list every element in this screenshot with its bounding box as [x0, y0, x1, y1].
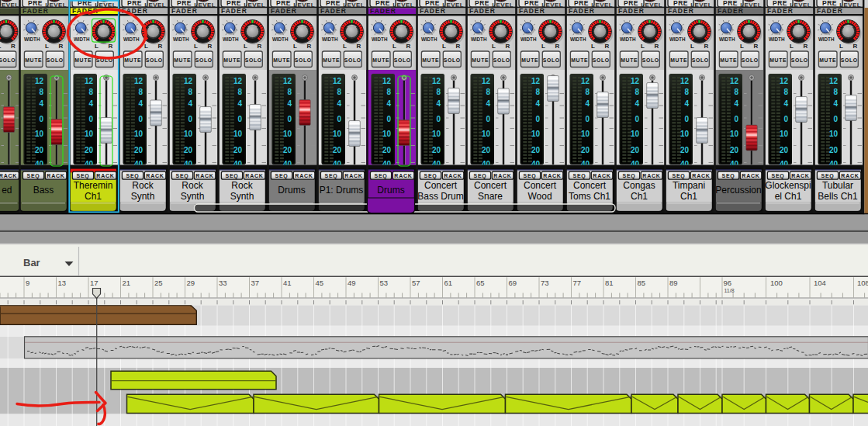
svg-text:WIDTH: WIDTH — [24, 36, 40, 42]
svg-text:MUTE: MUTE — [571, 57, 588, 63]
svg-text:Bass Drum: Bass Drum — [417, 191, 463, 202]
svg-text:Synth: Synth — [230, 191, 254, 202]
svg-text:PRE: PRE — [624, 0, 638, 7]
svg-text:PRE: PRE — [475, 0, 489, 7]
svg-text:R: R — [804, 43, 808, 50]
svg-text:RACK: RACK — [47, 173, 64, 178]
svg-text:SEQ: SEQ — [523, 173, 536, 179]
svg-text:81: 81 — [605, 279, 614, 287]
svg-text:PRE: PRE — [28, 0, 43, 7]
svg-text:SEQ: SEQ — [424, 173, 437, 179]
svg-text:L: L — [293, 43, 297, 50]
svg-text:Congas: Congas — [623, 180, 655, 191]
svg-text:R: R — [853, 43, 858, 50]
svg-text:RACK: RACK — [146, 173, 164, 178]
svg-text:53: 53 — [380, 279, 389, 287]
svg-text:LEVEL: LEVEL — [492, 2, 514, 9]
svg-text:RACK: RACK — [841, 173, 859, 178]
svg-text:L: L — [343, 43, 347, 50]
svg-text:LEVEL: LEVEL — [393, 2, 414, 9]
svg-text:LEVEL: LEVEL — [790, 2, 811, 9]
svg-text:RACK: RACK — [295, 173, 313, 178]
svg-text:Bells Ch1: Bells Ch1 — [818, 191, 858, 202]
svg-text:Rock: Rock — [132, 180, 154, 191]
svg-text:SEQ: SEQ — [275, 173, 288, 179]
svg-text:61: 61 — [444, 279, 453, 287]
svg-text:RACK: RACK — [742, 173, 759, 178]
svg-text:SEQ: SEQ — [721, 173, 735, 179]
svg-text:R: R — [754, 43, 759, 50]
svg-text:WIDTH: WIDTH — [620, 36, 636, 42]
svg-text:Timpani: Timpani — [673, 180, 705, 191]
svg-text:SEQ: SEQ — [672, 173, 685, 179]
svg-text:Concert: Concert — [573, 180, 607, 191]
svg-text:SOLO: SOLO — [593, 57, 610, 63]
svg-text:RACK: RACK — [692, 173, 710, 178]
svg-text:Concert: Concert — [474, 180, 507, 191]
svg-text:PRE: PRE — [375, 0, 390, 7]
svg-text:WIDTH: WIDTH — [74, 36, 90, 42]
svg-text:SOLO: SOLO — [692, 57, 709, 63]
svg-text:MUTE: MUTE — [372, 57, 389, 63]
svg-text:R: R — [655, 43, 659, 50]
svg-text:Rock: Rock — [182, 180, 203, 191]
svg-text:100: 100 — [770, 279, 783, 287]
svg-text:SOLO: SOLO — [0, 57, 16, 63]
svg-text:ed: ed — [2, 185, 12, 196]
svg-text:L: L — [790, 43, 794, 50]
svg-text:SOLO: SOLO — [791, 57, 808, 63]
svg-text:MUTE: MUTE — [174, 57, 191, 63]
svg-text:LEVEL: LEVEL — [839, 2, 861, 9]
svg-text:Ch1: Ch1 — [680, 191, 697, 202]
svg-text:WIDTH: WIDTH — [173, 36, 189, 42]
svg-text:L: L — [144, 43, 148, 50]
svg-text:el Ch1: el Ch1 — [775, 191, 802, 202]
svg-text:L: L — [95, 43, 99, 50]
svg-text:SEQ: SEQ — [771, 173, 784, 179]
svg-text:SEQ: SEQ — [126, 173, 139, 179]
svg-text:SOLO: SOLO — [295, 57, 312, 63]
svg-text:SOLO: SOLO — [543, 57, 560, 63]
svg-text:SOLO: SOLO — [444, 57, 461, 63]
svg-text:Concert: Concert — [424, 180, 458, 191]
svg-text:MUTE: MUTE — [273, 57, 290, 63]
svg-text:17: 17 — [90, 279, 99, 287]
svg-text:85: 85 — [638, 279, 646, 287]
svg-text:PRE: PRE — [276, 0, 291, 7]
svg-text:PRE: PRE — [822, 0, 837, 7]
svg-text:LEVEL: LEVEL — [740, 2, 762, 9]
svg-text:LEVEL: LEVEL — [144, 2, 166, 9]
svg-text:WIDTH: WIDTH — [769, 36, 785, 42]
svg-text:SEQ: SEQ — [324, 173, 337, 179]
svg-text:Concert: Concert — [524, 180, 557, 191]
svg-text:Synth: Synth — [181, 191, 205, 202]
svg-text:LEVEL: LEVEL — [442, 2, 464, 9]
svg-text:MUTE: MUTE — [472, 57, 489, 63]
svg-text:R: R — [456, 43, 461, 50]
svg-text:41: 41 — [283, 279, 292, 287]
svg-text:SOLO: SOLO — [841, 57, 858, 63]
svg-text:SEQ: SEQ — [572, 173, 586, 179]
svg-text:RACK: RACK — [394, 173, 412, 178]
svg-text:R: R — [605, 43, 610, 50]
svg-text:WIDTH: WIDTH — [818, 36, 835, 42]
svg-text:PRE: PRE — [673, 0, 688, 7]
svg-text:SEQ: SEQ — [26, 173, 40, 179]
svg-text:WIDTH: WIDTH — [520, 36, 537, 42]
svg-text:WIDTH: WIDTH — [322, 36, 338, 42]
svg-text:MUTE: MUTE — [819, 57, 836, 63]
svg-text:PRE: PRE — [227, 0, 241, 7]
svg-text:R: R — [158, 43, 163, 50]
svg-text:LEVEL: LEVEL — [641, 2, 662, 9]
svg-text:WIDTH: WIDTH — [471, 36, 487, 42]
svg-text:SEQ: SEQ — [175, 173, 188, 179]
svg-text:108: 108 — [857, 279, 868, 287]
svg-text:Wood: Wood — [527, 191, 552, 202]
svg-text:SEQ: SEQ — [225, 173, 238, 179]
svg-text:L: L — [740, 43, 744, 50]
svg-text:L: L — [194, 43, 198, 50]
svg-text:PRE: PRE — [773, 0, 787, 7]
svg-text:RACK: RACK — [493, 173, 511, 178]
svg-text:MUTE: MUTE — [621, 57, 638, 63]
svg-text:RACK: RACK — [791, 173, 809, 178]
